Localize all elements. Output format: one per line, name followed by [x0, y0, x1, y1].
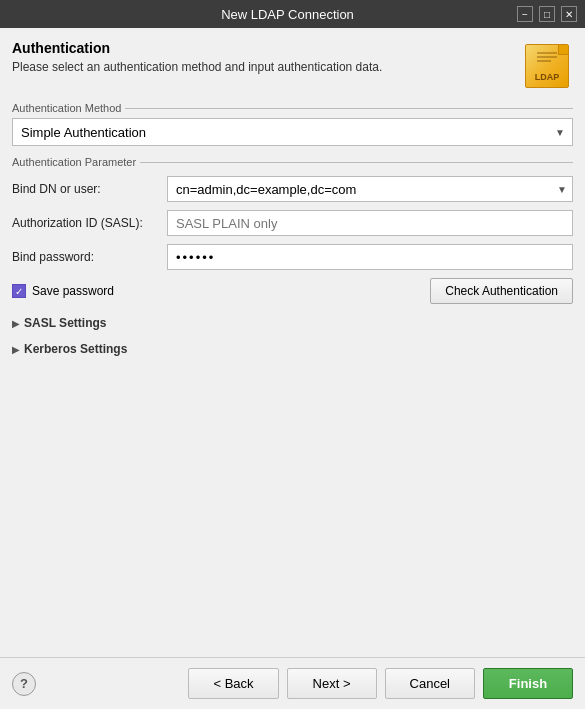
help-button[interactable]: ? [12, 672, 36, 696]
close-button[interactable]: ✕ [561, 6, 577, 22]
action-row: ✓ Save password Check Authentication [12, 278, 573, 304]
sasl-settings-header[interactable]: ▶ SASL Settings [12, 312, 573, 334]
cancel-button[interactable]: Cancel [385, 668, 475, 699]
bind-pw-row: Bind password: [12, 244, 573, 270]
save-password-label[interactable]: ✓ Save password [12, 284, 114, 298]
sasl-expand-arrow-icon: ▶ [12, 318, 20, 329]
save-password-checkbox[interactable]: ✓ [12, 284, 26, 298]
save-password-text: Save password [32, 284, 114, 298]
auth-id-label: Authorization ID (SASL): [12, 216, 167, 230]
auth-param-section: Authentication Parameter Bind DN or user… [12, 156, 573, 304]
kerberos-expand-arrow-icon: ▶ [12, 344, 20, 355]
footer-buttons: < Back Next > Cancel Finish [188, 668, 573, 699]
minimize-button[interactable]: − [517, 6, 533, 22]
ldap-icon-image: LDAP [525, 44, 569, 88]
auth-method-dropdown[interactable]: Simple Authentication SASL None [12, 118, 573, 146]
titlebar: New LDAP Connection − □ ✕ [0, 0, 585, 28]
auth-id-input[interactable] [167, 210, 573, 236]
window-controls: − □ ✕ [517, 6, 577, 22]
bind-dn-label: Bind DN or user: [12, 182, 167, 196]
back-button[interactable]: < Back [188, 668, 278, 699]
sasl-settings-section: ▶ SASL Settings [12, 312, 573, 334]
page-title: Authentication [12, 40, 521, 56]
kerberos-settings-section: ▶ Kerberos Settings [12, 338, 573, 360]
bind-dn-input[interactable] [167, 176, 573, 202]
svg-rect-0 [537, 52, 557, 54]
bind-dn-row: Bind DN or user: ▼ [12, 176, 573, 202]
auth-param-divider [140, 162, 573, 163]
footer: ? < Back Next > Cancel Finish [0, 657, 585, 709]
checkbox-check-icon: ✓ [15, 286, 23, 297]
svg-rect-1 [537, 56, 557, 58]
ldap-icon-label: LDAP [535, 72, 560, 82]
bind-pw-input[interactable] [167, 244, 573, 270]
auth-method-divider [125, 108, 573, 109]
ldap-file-lines-icon [535, 50, 559, 70]
footer-left: ? [12, 672, 36, 696]
auth-method-section-label: Authentication Method [12, 102, 121, 114]
kerberos-settings-label: Kerberos Settings [24, 342, 127, 356]
bind-pw-label: Bind password: [12, 250, 167, 264]
header-text: Authentication Please select an authenti… [12, 40, 521, 74]
maximize-button[interactable]: □ [539, 6, 555, 22]
ldap-icon-fold [558, 45, 568, 55]
auth-method-dropdown-wrapper: Simple Authentication SASL None ▼ [12, 118, 573, 146]
page-description: Please select an authentication method a… [12, 60, 521, 74]
main-content: Authentication Please select an authenti… [0, 28, 585, 657]
window-title: New LDAP Connection [58, 7, 517, 22]
next-button[interactable]: Next > [287, 668, 377, 699]
check-auth-button[interactable]: Check Authentication [430, 278, 573, 304]
svg-rect-2 [537, 60, 551, 62]
header-row: Authentication Please select an authenti… [12, 40, 573, 92]
kerberos-settings-header[interactable]: ▶ Kerberos Settings [12, 338, 573, 360]
finish-button[interactable]: Finish [483, 668, 573, 699]
auth-method-section: Authentication Method Simple Authenticat… [12, 102, 573, 146]
bind-dn-dropdown-arrow: ▼ [557, 184, 567, 195]
auth-method-label-row: Authentication Method [12, 102, 573, 114]
ldap-icon: LDAP [521, 40, 573, 92]
bottom-spacer [12, 364, 573, 649]
auth-param-section-label: Authentication Parameter [12, 156, 136, 168]
bind-dn-input-wrapper: ▼ [167, 176, 573, 202]
auth-id-row: Authorization ID (SASL): [12, 210, 573, 236]
sasl-settings-label: SASL Settings [24, 316, 106, 330]
auth-param-label-row: Authentication Parameter [12, 156, 573, 168]
